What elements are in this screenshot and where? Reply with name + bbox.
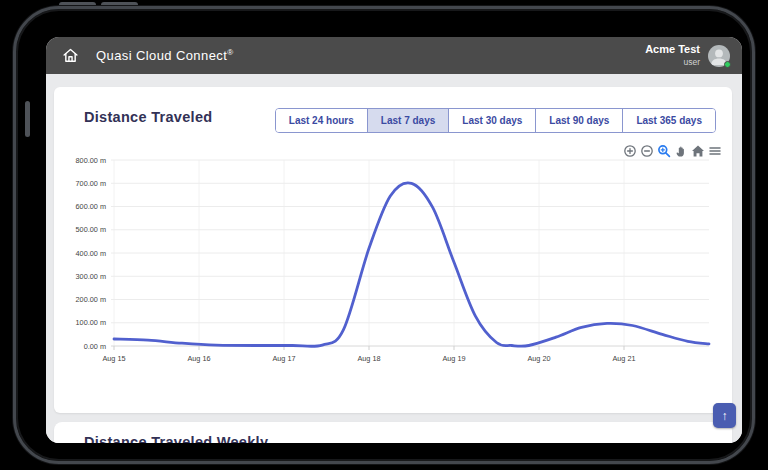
svg-text:Aug 15: Aug 15 — [102, 354, 125, 363]
svg-text:Aug 16: Aug 16 — [187, 354, 210, 363]
main-content: Distance Traveled Last 24 hours Last 7 d… — [46, 74, 742, 443]
svg-text:500.00 m: 500.00 m — [76, 225, 106, 234]
x-axis-labels: Aug 15Aug 16Aug 17Aug 18Aug 19Aug 20Aug … — [102, 354, 635, 363]
user-name: Acme Test — [645, 43, 700, 57]
distance-traveled-card: Distance Traveled Last 24 hours Last 7 d… — [54, 87, 732, 413]
user-text-block: Acme Test user — [645, 43, 700, 67]
user-role: user — [645, 57, 700, 68]
avatar[interactable] — [708, 45, 730, 67]
svg-text:800.00 m: 800.00 m — [76, 156, 106, 165]
range-button-last-365-days[interactable]: Last 365 days — [622, 109, 715, 132]
svg-text:Aug 17: Aug 17 — [272, 354, 295, 363]
axis-ticks — [114, 346, 624, 350]
svg-text:400.00 m: 400.00 m — [76, 249, 106, 258]
svg-text:700.00 m: 700.00 m — [76, 179, 106, 188]
card-title-distance-traveled: Distance Traveled — [84, 109, 212, 125]
app-title: Quasi Cloud Connect® — [96, 48, 233, 63]
online-status-dot — [724, 61, 731, 68]
app-title-text: Quasi Cloud Connect — [96, 48, 227, 63]
y-axis-labels: 0.00 m100.00 m200.00 m300.00 m400.00 m50… — [76, 156, 106, 351]
line-chart[interactable]: 0.00 m100.00 m200.00 m300.00 m400.00 m50… — [68, 153, 718, 369]
tablet-frame: Quasi Cloud Connect® Acme Test user — [13, 6, 755, 464]
app-header: Quasi Cloud Connect® Acme Test user — [46, 37, 742, 74]
svg-text:0.00 m: 0.00 m — [84, 342, 106, 351]
svg-text:Aug 21: Aug 21 — [612, 354, 635, 363]
distance-traveled-weekly-card: Distance Traveled Weekly — [54, 422, 732, 443]
svg-text:300.00 m: 300.00 m — [76, 272, 106, 281]
svg-text:Aug 20: Aug 20 — [527, 354, 550, 363]
range-button-last-30-days[interactable]: Last 30 days — [448, 109, 535, 132]
registered-mark: ® — [227, 48, 233, 57]
svg-text:100.00 m: 100.00 m — [76, 318, 106, 327]
svg-text:Aug 19: Aug 19 — [442, 354, 465, 363]
screenshot-stage: Quasi Cloud Connect® Acme Test user — [0, 0, 768, 470]
scroll-to-top-button[interactable]: ↑ — [713, 403, 736, 428]
range-button-last-7-days[interactable]: Last 7 days — [367, 109, 448, 132]
time-range-button-group: Last 24 hours Last 7 days Last 30 days L… — [275, 108, 716, 133]
range-button-last-24-hours[interactable]: Last 24 hours — [276, 109, 367, 132]
app-screen: Quasi Cloud Connect® Acme Test user — [46, 37, 742, 443]
chart-line-series — [114, 183, 709, 347]
svg-text:Aug 18: Aug 18 — [357, 354, 380, 363]
home-icon[interactable] — [62, 47, 79, 64]
svg-text:200.00 m: 200.00 m — [76, 295, 106, 304]
svg-text:600.00 m: 600.00 m — [76, 202, 106, 211]
card-title-distance-traveled-weekly: Distance Traveled Weekly — [84, 434, 268, 443]
y-gridlines — [111, 160, 709, 346]
user-menu[interactable]: Acme Test user — [645, 43, 730, 67]
tablet-side-button — [25, 101, 30, 137]
range-button-last-90-days[interactable]: Last 90 days — [535, 109, 622, 132]
